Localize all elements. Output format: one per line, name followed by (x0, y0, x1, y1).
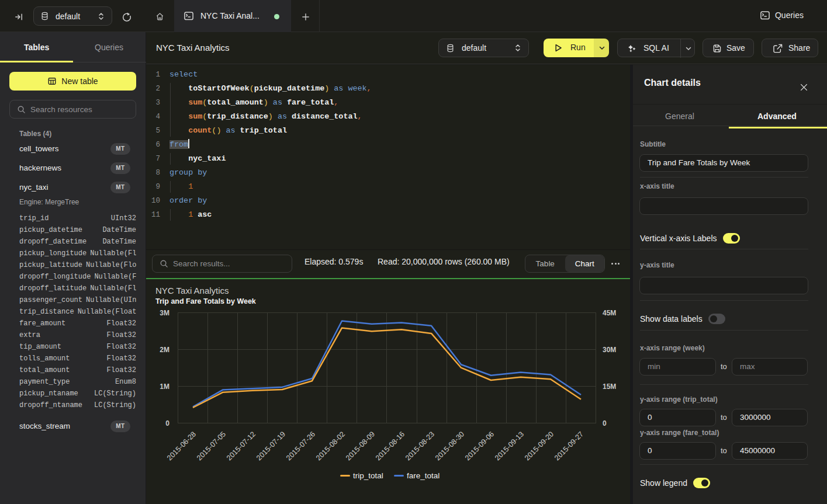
svg-text:2015-07-05: 2015-07-05 (195, 430, 227, 462)
svg-text:2015-08-30: 2015-08-30 (434, 430, 466, 462)
svg-text:2015-09-06: 2015-09-06 (463, 430, 496, 462)
svg-text:2015-09-20: 2015-09-20 (523, 430, 555, 462)
svg-text:1M: 1M (160, 383, 169, 391)
svg-text:2015-09-27: 2015-09-27 (553, 430, 585, 462)
svg-text:0: 0 (603, 419, 607, 427)
svg-text:2015-07-19: 2015-07-19 (255, 430, 287, 462)
svg-text:2015-06-28: 2015-06-28 (165, 430, 198, 462)
svg-text:2015-09-13: 2015-09-13 (493, 430, 525, 462)
svg-text:trip_total: trip_total (353, 471, 383, 480)
svg-text:2015-08-23: 2015-08-23 (404, 430, 436, 462)
svg-text:2015-08-09: 2015-08-09 (344, 430, 376, 462)
svg-text:15M: 15M (603, 383, 616, 391)
svg-text:3M: 3M (160, 309, 169, 317)
svg-text:2M: 2M (160, 346, 169, 354)
svg-text:2015-08-02: 2015-08-02 (314, 430, 347, 462)
svg-text:2015-07-26: 2015-07-26 (285, 430, 317, 462)
svg-text:45M: 45M (603, 309, 616, 317)
svg-text:fare_total: fare_total (407, 471, 440, 480)
svg-text:30M: 30M (603, 346, 616, 354)
svg-text:0: 0 (165, 419, 169, 427)
svg-text:2015-08-16: 2015-08-16 (374, 430, 406, 462)
svg-text:2015-07-12: 2015-07-12 (225, 430, 257, 462)
